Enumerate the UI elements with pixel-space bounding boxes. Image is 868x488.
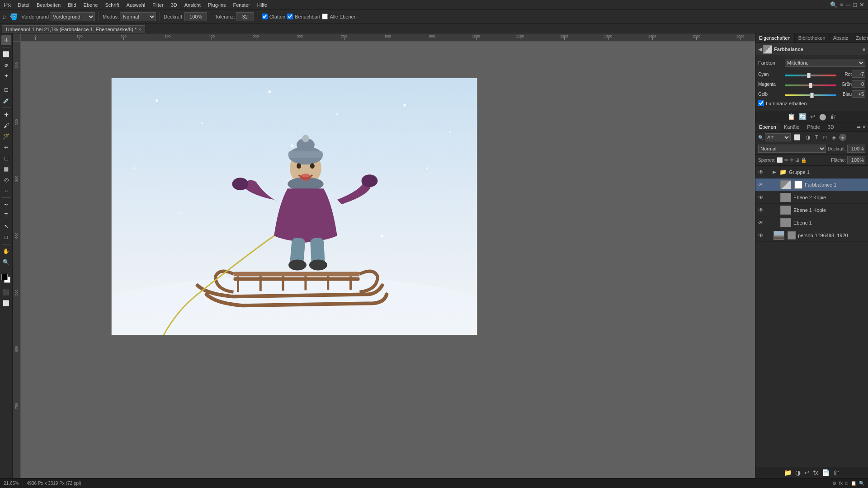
lock-move-icon[interactable]: ✛	[790, 157, 794, 163]
tool-crop[interactable]: ⊡	[1, 85, 11, 95]
props-icon-5[interactable]: 🗑	[830, 113, 836, 120]
layer-vis-ebene1[interactable]: 👁	[757, 220, 764, 226]
layer-vis-farbbalance1[interactable]: 👁	[757, 182, 764, 188]
tab-close-button[interactable]: ×	[138, 27, 141, 32]
opacity-input[interactable]	[847, 145, 865, 153]
filter-type-icon[interactable]: T	[813, 133, 820, 141]
window-minimize-icon[interactable]: ─	[846, 1, 850, 8]
tool-brush[interactable]: 🖌	[1, 121, 11, 131]
gelb-slider[interactable]	[785, 94, 836, 96]
layer-mask-icon[interactable]: ↩	[804, 469, 810, 476]
tab-absatz[interactable]: Absatz	[830, 33, 853, 42]
alleebenen-checkbox[interactable]	[322, 14, 328, 19]
filter-shape-icon[interactable]: □	[821, 133, 828, 141]
filter-smart-icon[interactable]: ◈	[830, 133, 838, 141]
tab-bibliotheken[interactable]: Bibliotheken	[795, 33, 830, 42]
menu-filter[interactable]: Filter	[149, 1, 166, 9]
filter-pixel-icon[interactable]: ⬜	[792, 133, 802, 141]
layers-close-icon[interactable]: ✕	[862, 124, 866, 130]
tool-history-brush[interactable]: ↩	[1, 142, 11, 152]
tool-pen[interactable]: ✒	[1, 200, 11, 210]
tool-gradient[interactable]: ▦	[1, 164, 11, 174]
layer-vis-ebene1kopie[interactable]: 👁	[757, 207, 764, 213]
menu-ansicht[interactable]: Ansicht	[181, 1, 204, 9]
workspace-icon[interactable]: ≡	[840, 1, 844, 8]
tool-icon[interactable]: 🪣	[10, 13, 18, 20]
layer-fx-icon[interactable]: fx	[813, 469, 818, 476]
layer-item-ebene2kopie[interactable]: 👁 Ebene 2 Kopie	[755, 191, 868, 204]
menu-bild[interactable]: Bild	[65, 1, 79, 9]
status-icon-5[interactable]: 🔍	[859, 481, 864, 486]
tool-move[interactable]: ✛	[1, 35, 11, 45]
panel-collapse-button[interactable]: ≡	[863, 47, 865, 52]
farton-select[interactable]: Tiefen Mitteltöne Lichter	[785, 59, 865, 67]
props-icon-1[interactable]: 📋	[788, 113, 795, 120]
window-close-icon[interactable]: ✕	[859, 1, 864, 8]
status-icon-1[interactable]: ⚙	[832, 481, 836, 486]
gelb-value[interactable]	[852, 90, 865, 98]
tab-3d[interactable]: 3D	[824, 122, 838, 131]
tool-type[interactable]: T	[1, 211, 11, 221]
layer-item-farbbalance1[interactable]: 👁 Farbbalance 1	[755, 178, 868, 191]
filter-type-select[interactable]: Art Name Effekt Modus Attribut Farbe	[765, 133, 791, 141]
layer-new-group-icon[interactable]: 📁	[784, 469, 792, 476]
layers-expand-icon[interactable]: ⬌	[857, 124, 861, 130]
menu-bearbeiten[interactable]: Bearbeiten	[33, 1, 64, 9]
filter-adjust-icon[interactable]: ◑	[804, 133, 812, 141]
tool-shape[interactable]: □	[1, 232, 11, 242]
foreground-color-swatch[interactable]	[1, 274, 8, 280]
benachbart-checkbox[interactable]	[287, 14, 293, 19]
tool-heal[interactable]: ✚	[1, 110, 11, 120]
tool-hand[interactable]: ✋	[1, 246, 11, 256]
menu-auswahl[interactable]: Auswahl	[123, 1, 149, 9]
menu-3d[interactable]: 3D	[168, 1, 180, 9]
tab-kanaele[interactable]: Kanäle	[780, 122, 803, 131]
fill-input[interactable]	[847, 156, 865, 164]
tool-magic-wand[interactable]: ✦	[1, 71, 11, 81]
glatten-checkbox[interactable]	[262, 14, 268, 19]
panel-prev-icon[interactable]: ◀	[758, 46, 762, 52]
tool-marquee[interactable]: ⬜	[1, 49, 11, 59]
props-icon-2[interactable]: 🔄	[799, 113, 807, 120]
tool-screen-mode[interactable]: ⬜	[1, 298, 11, 308]
tool-blur[interactable]: ◎	[1, 175, 11, 185]
cyan-slider[interactable]	[785, 75, 836, 76]
tool-clone[interactable]: 🪄	[1, 131, 11, 141]
tab-zeichen[interactable]: Zeichen	[852, 33, 868, 42]
luminanz-checkbox[interactable]	[758, 100, 764, 106]
home-icon[interactable]: ⌂	[3, 13, 6, 20]
tool-lasso[interactable]: ⌀	[1, 60, 11, 70]
cyan-value[interactable]	[852, 70, 865, 78]
layer-mode-select[interactable]: Normal Multiplizieren Abdunkeln Aufhelle…	[758, 145, 826, 153]
filter-toggle[interactable]: ●	[839, 134, 847, 141]
tool-zoom[interactable]: 🔍	[1, 257, 11, 267]
tool-path[interactable]: ↖	[1, 221, 11, 231]
tab-eigenschaften[interactable]: Eigenschaften	[755, 33, 795, 42]
menu-datei[interactable]: Datei	[14, 1, 33, 9]
group-arrow-gruppe1[interactable]: ▶	[773, 169, 778, 174]
tab-pfade[interactable]: Pfade	[803, 122, 824, 131]
deckraft-input[interactable]	[184, 12, 207, 21]
menu-ebene[interactable]: Ebene	[80, 1, 101, 9]
color-swatches[interactable]	[0, 273, 12, 285]
tool-eyedropper[interactable]: 💉	[1, 96, 11, 106]
layer-item-ebene1kopie[interactable]: 👁 Ebene 1 Kopie	[755, 204, 868, 216]
layer-item-person[interactable]: 👁 person-1196498_1920	[755, 229, 868, 242]
layer-delete-icon[interactable]: 🗑	[833, 469, 840, 476]
window-restore-icon[interactable]: □	[853, 1, 857, 8]
document-tab[interactable]: Unbenannt-1 bei 21,7% (Farbbalance 1, Eb…	[2, 25, 145, 33]
magenta-slider[interactable]	[785, 84, 836, 86]
layer-vis-ebene2kopie[interactable]: 👁	[757, 194, 764, 201]
layer-vis-gruppe1[interactable]: 👁	[757, 169, 764, 175]
layer-item-gruppe1[interactable]: 👁 ▶ 📁 Gruppe 1	[755, 166, 868, 178]
menu-fenster[interactable]: Fenster	[230, 1, 253, 9]
layer-item-ebene1[interactable]: 👁 Ebene 1	[755, 216, 868, 229]
menu-schrift[interactable]: Schrift	[102, 1, 122, 9]
tool-mask-mode[interactable]: ⬛	[1, 287, 11, 297]
status-icon-3[interactable]: □	[845, 481, 848, 486]
toleranz-input[interactable]	[236, 12, 254, 21]
props-icon-4[interactable]: ⬤	[819, 113, 826, 120]
vordergrund-select[interactable]: Vordergrund	[50, 12, 95, 21]
magenta-value[interactable]	[852, 80, 865, 88]
tab-ebenen[interactable]: Ebenen	[755, 122, 780, 131]
